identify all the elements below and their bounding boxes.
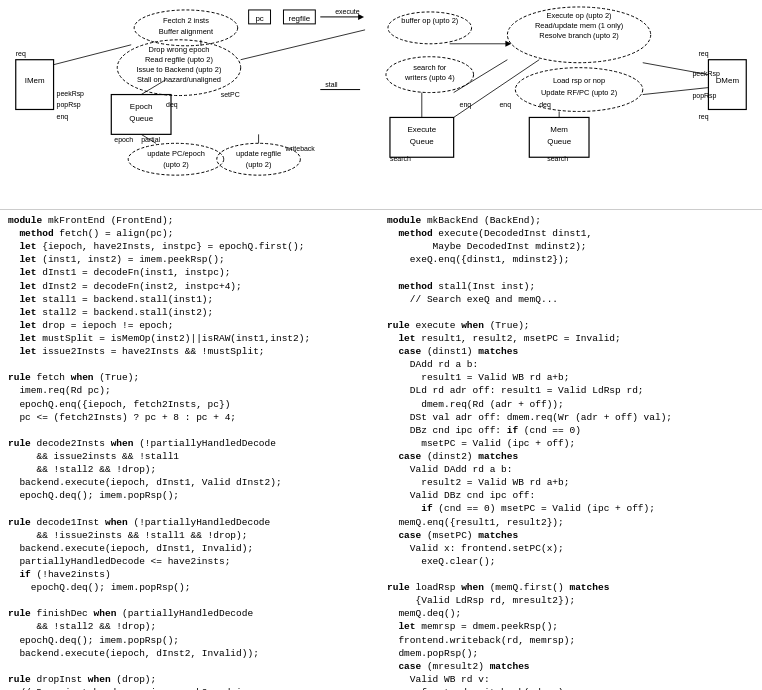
svg-rect-0 [2,0,760,209]
svg-text:epoch: epoch [114,136,133,144]
svg-text:search for: search for [413,63,447,72]
diagram-svg: IMem peekRsp popRsp enq req Epoch Queue … [0,0,762,209]
svg-text:regfile: regfile [289,14,311,23]
svg-text:peekRsp: peekRsp [57,90,85,98]
svg-text:Resolve branch (upto 2): Resolve branch (upto 2) [539,31,619,40]
svg-text:update regfile: update regfile [236,149,281,158]
svg-text:enq: enq [57,113,69,121]
svg-text:deq: deq [166,101,178,109]
svg-text:search: search [547,155,568,162]
svg-text:Mem: Mem [550,125,568,134]
svg-text:req: req [16,50,26,58]
svg-text:enq: enq [460,101,472,109]
svg-text:search: search [390,155,411,162]
svg-text:(upto 2): (upto 2) [163,160,189,169]
svg-text:Read regfile (upto 2): Read regfile (upto 2) [145,55,213,64]
left-code-block: module mkFrontEnd (FrontEnd); method fet… [8,214,375,690]
svg-text:Execute: Execute [407,125,436,134]
svg-text:req: req [698,113,708,121]
svg-text:peekRsp: peekRsp [693,70,721,78]
svg-text:execute: execute [335,8,359,15]
svg-text:update PC/epoch: update PC/epoch [147,149,205,158]
svg-text:Queue: Queue [129,114,153,123]
left-code-column: module mkFrontEnd (FrontEnd); method fet… [2,214,381,690]
svg-text:buffer op (upto 2): buffer op (upto 2) [401,16,459,25]
svg-text:popRsp: popRsp [57,101,81,109]
svg-text:Execute op (upto 2): Execute op (upto 2) [547,11,613,20]
svg-text:setPC: setPC [221,91,240,98]
svg-text:Issue to Backend (upto 2): Issue to Backend (upto 2) [136,65,221,74]
svg-text:writeback: writeback [284,145,315,152]
svg-text:Queue: Queue [547,137,571,146]
svg-text:Fectch 2 insts: Fectch 2 insts [163,16,209,25]
svg-text:writers (upto 4): writers (upto 4) [404,73,455,82]
architecture-diagram: IMem peekRsp popRsp enq req Epoch Queue … [0,0,762,210]
right-code-block: module mkBackEnd (BackEnd); method execu… [387,214,754,690]
svg-text:Stall on hazard/unaligned: Stall on hazard/unaligned [137,75,221,84]
code-area: module mkFrontEnd (FrontEnd); method fet… [0,210,762,690]
right-code-column: module mkBackEnd (BackEnd); method execu… [381,214,760,690]
svg-text:enq: enq [499,101,511,109]
svg-text:Read/update mem (1 only): Read/update mem (1 only) [535,21,624,30]
svg-text:Queue: Queue [410,137,434,146]
svg-text:DMem: DMem [716,76,740,85]
svg-text:(upto 2): (upto 2) [246,160,272,169]
svg-text:Drop wrong epoch: Drop wrong epoch [149,45,210,54]
svg-text:Load rsp or nop: Load rsp or nop [553,76,605,85]
svg-text:popRsp: popRsp [693,92,717,100]
svg-text:IMem: IMem [25,76,45,85]
svg-text:deq: deq [539,101,551,109]
svg-text:Update RF/PC (upto 2): Update RF/PC (upto 2) [541,88,618,97]
svg-text:Buffer alignment: Buffer alignment [159,27,214,36]
svg-text:Epoch: Epoch [130,102,153,111]
svg-text:pc: pc [255,14,263,23]
svg-text:stall: stall [325,81,338,88]
svg-text:req: req [698,50,708,58]
